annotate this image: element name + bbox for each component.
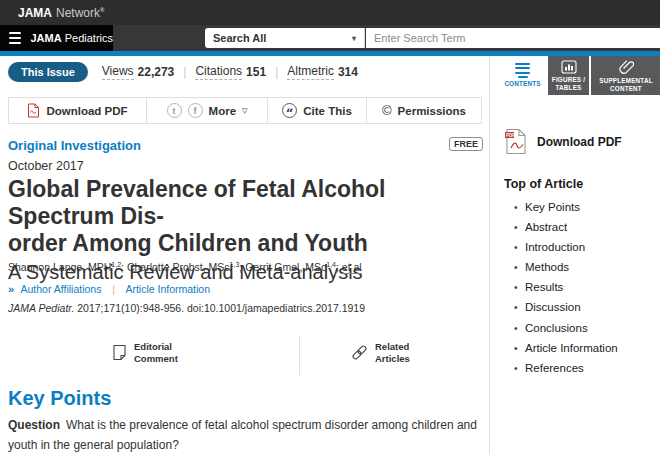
related-line1: Related [375,341,409,352]
quote-icon: “ [282,103,297,118]
brand-bold: JAMA [18,6,52,20]
permissions-button[interactable]: © Permissions [366,98,481,123]
tab-supp-label: SUPPLEMENTALCONTENT [599,77,652,93]
copyright-icon: © [382,103,392,118]
author[interactable]: Charlotte Probst, MSc1,3; [127,261,245,273]
metric-separator: | [183,65,186,79]
editorial-line2: Comment [134,353,178,364]
metrics-row: This Issue Views 22,273 | Citations 151 … [8,62,358,82]
citation-journal: JAMA Pediatr. [8,302,74,314]
et-al-link[interactable]: et al [342,261,362,274]
toc-item[interactable]: Methods [514,262,618,274]
trademark-symbol: ® [100,7,104,13]
citation-rest: 2017;171(10):948-956. doi:10.1001/jamape… [74,302,365,314]
sidebar: CONTENTS FIGURES /TABLES SUPPLEMENTALCON… [489,56,660,454]
citation-line: JAMA Pediatr. 2017;171(10):948-956. doi:… [8,302,365,314]
pdf-file-icon: PDF [504,128,527,155]
title-line-2: order Among Children and Youth [8,230,368,256]
search-input[interactable] [366,28,660,48]
more-caret-icon: ▽ [242,107,247,115]
editorial-comment-label: EditorialComment [134,341,178,365]
twitter-icon[interactable]: t [167,103,182,118]
author-affiliations-link[interactable]: Author Affiliations [20,283,101,295]
altmetric-link[interactable]: Altmetric [287,64,334,80]
link-separator: | [112,283,115,295]
authors-list: Shannon Lange, MPH1,2; Charlotte Probst,… [8,261,342,273]
author[interactable]: Gerrit Gmel, MSc1,4; [245,261,342,273]
tab-figures-line1: FIGURES / [552,76,585,83]
tab-supp-line2: CONTENT [610,85,642,92]
search-scope-value: Search All [213,32,266,44]
tab-supp-line1: SUPPLEMENTAL [599,77,652,84]
tab-supplemental-content[interactable]: SUPPLEMENTALCONTENT [591,56,660,95]
jama-network-logo[interactable]: JAMANetwork® [18,6,104,20]
facebook-icon[interactable]: f [188,103,203,118]
tab-contents-label: CONTENTS [504,80,540,88]
journal-name-rest: Pediatrics [62,32,113,44]
related-line2: Articles [375,353,410,364]
question-label: Question [8,418,60,432]
citations-link[interactable]: Citations [195,64,242,80]
hamburger-menu-icon[interactable] [9,32,21,44]
search-scope-dropdown[interactable]: Search All ▾ [205,28,365,48]
altmetric-value: 314 [338,65,358,79]
tab-figures-tables[interactable]: FIGURES /TABLES [548,56,589,95]
share-cell: t f More ▽ [146,98,267,123]
sidebar-tabs: CONTENTS FIGURES /TABLES SUPPLEMENTALCON… [490,56,660,95]
cite-this-button[interactable]: “ Cite This [267,98,366,123]
more-button[interactable]: More [209,105,236,117]
chart-icon [561,60,577,74]
author[interactable]: Shannon Lange, MPH1,2; [8,261,127,273]
article-meta-row: Original Investigation FREE [8,136,483,154]
views-value: 22,273 [138,65,175,79]
toc-item[interactable]: Introduction [514,242,618,254]
toc-item[interactable]: Conclusions [514,323,618,335]
key-points-heading: Key Points [8,387,111,410]
tab-figures-label: FIGURES /TABLES [552,76,585,92]
metric-separator: | [275,65,278,79]
article-title: Global Prevalence of Fetal Alcohol Spect… [8,176,478,257]
toc-item[interactable]: Abstract [514,222,618,234]
action-bar: Download PDF t f More ▽ “ Cite This © Pe… [8,97,482,124]
toc-list: Key PointsAbstractIntroductionMethodsRes… [514,202,618,383]
top-of-article-heading: Top of Article [504,177,583,191]
toc-item[interactable]: Article Information [514,343,618,355]
journal-name-bold: JAMA [30,32,61,44]
journal-logo-box[interactable]: JAMA Pediatrics [0,25,113,51]
contents-icon [515,63,530,79]
related-articles-link[interactable]: RelatedArticles [351,341,410,365]
link-icon [351,344,368,361]
authors-line: Shannon Lange, MPH1,2; Charlotte Probst,… [8,260,362,273]
editorial-comment-link[interactable]: EditorialComment [112,341,178,365]
nav-bar: JAMA Pediatrics Search All ▾ [0,25,660,51]
brand-rest: Network [56,6,100,20]
pdf-icon [27,103,40,118]
journal-name[interactable]: JAMA Pediatrics [30,32,113,44]
title-line-1: Global Prevalence of Fetal Alcohol Spect… [8,176,385,229]
toc-item[interactable]: Results [514,282,618,294]
chevron-down-icon: ▾ [352,34,356,43]
download-pdf-label: Download PDF [46,105,127,117]
toc-item[interactable]: Discussion [514,302,618,314]
article-information-link[interactable]: Article Information [125,283,210,295]
permissions-label: Permissions [398,105,466,117]
cite-this-label: Cite This [303,105,352,117]
related-row: EditorialComment RelatedArticles [8,333,482,377]
article-category-link[interactable]: Original Investigation [8,138,141,153]
views-link[interactable]: Views [102,64,134,80]
this-issue-button[interactable]: This Issue [8,62,88,82]
paperclip-icon [619,59,634,75]
related-articles-label: RelatedArticles [375,341,410,365]
question-paragraph: QuestionWhat is the prevalence of fetal … [8,416,480,454]
toc-item[interactable]: References [514,363,618,375]
main-content: This Issue Views 22,273 | Citations 151 … [0,56,489,454]
toc-item[interactable]: Key Points [514,202,618,214]
download-pdf-button[interactable]: Download PDF [9,98,146,123]
sidebar-download-pdf-button[interactable]: PDF Download PDF [504,128,622,155]
tab-contents[interactable]: CONTENTS [499,56,546,95]
citations-value: 151 [246,65,266,79]
issue-date: October 2017 [8,159,84,173]
document-icon [112,344,127,361]
author-links-row: » Author Affiliations | Article Informat… [8,283,210,295]
chevrons-icon: » [8,283,14,295]
